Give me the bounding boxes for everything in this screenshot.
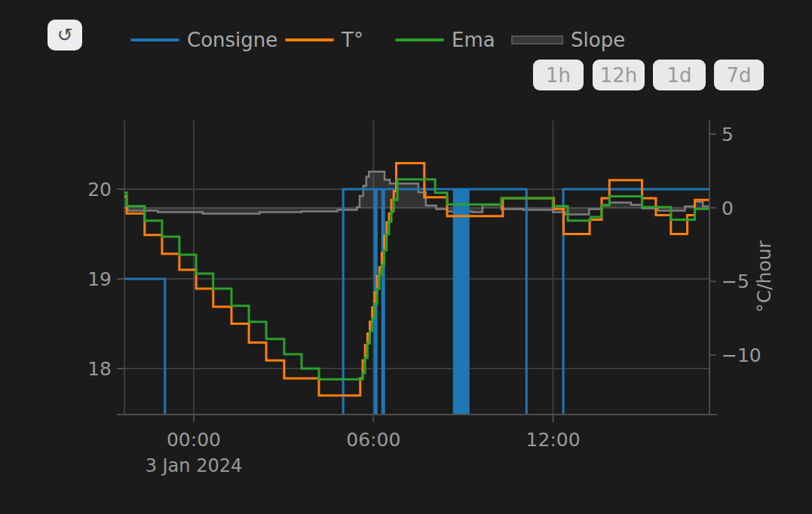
y-right-axis-title: °C/hour: [753, 240, 775, 312]
consigne-series-line: [124, 189, 709, 458]
y-right-tick-label: 5: [722, 124, 734, 145]
y-right-tick-label: −5: [722, 271, 749, 292]
chart-plot[interactable]: 00:0006:0012:003 Jan 202420191850−5−10°C…: [0, 0, 812, 514]
y-right-tick-label: −10: [722, 344, 761, 366]
y-left-tick-label: 20: [87, 179, 112, 200]
x-date-label: 3 Jan 2024: [146, 455, 243, 476]
chart-card: ↺ Consigne T° Ema Slope 1h 12h 1d 7d 00:…: [0, 0, 812, 514]
x-tick-label: 00:00: [167, 429, 221, 451]
y-right-tick-label: 0: [722, 197, 734, 219]
x-tick-label: 06:00: [346, 429, 400, 451]
y-left-tick-label: 19: [87, 268, 112, 290]
y-left-tick-label: 18: [87, 358, 112, 380]
x-tick-label: 12:00: [526, 429, 581, 451]
